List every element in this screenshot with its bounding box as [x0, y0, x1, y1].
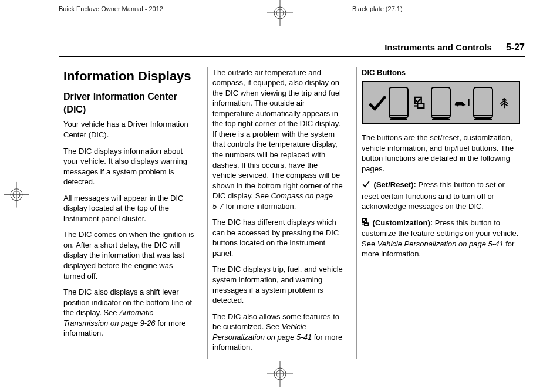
para: The DIC comes on when the ignition is on…: [63, 229, 194, 281]
page: Buick Enclave Owner Manual - 2012 Black …: [0, 0, 560, 392]
registration-mark-left-icon: [4, 182, 29, 211]
button-pill: [473, 87, 493, 119]
customization-icon: [362, 218, 369, 229]
customization-icon: [409, 92, 431, 114]
para: All messages will appear in the DIC disp…: [63, 193, 194, 224]
para: The DIC also allows some features to be …: [212, 312, 343, 353]
button-pill: [431, 87, 451, 119]
text: The outside air temperature and compass,…: [212, 68, 343, 201]
para: Your vehicle has a Driver Information Ce…: [63, 119, 194, 140]
label-customization: (Customization):: [370, 218, 433, 227]
columns: Information Displays Driver Information …: [59, 67, 525, 359]
para: The DIC displays trip, fuel, and vehicle…: [212, 264, 343, 305]
content-area: Instruments and Controls 5-27 Informatio…: [59, 41, 525, 359]
para: The DIC has different displays which can…: [212, 217, 343, 258]
para: The DIC displays information about your …: [63, 146, 194, 187]
column-1: Information Displays Driver Information …: [59, 67, 199, 359]
text: The DIC also allows some features to be …: [212, 312, 339, 332]
manual-title: Buick Enclave Owner Manual - 2012: [59, 5, 163, 13]
plate-label: Black plate (27,1): [352, 5, 403, 13]
running-head: Instruments and Controls 5-27: [59, 41, 525, 57]
para: The buttons are the set/reset, customiza…: [362, 133, 520, 174]
dic-buttons-figure: i: [362, 81, 520, 124]
column-2: The outside air temperature and compass,…: [207, 67, 348, 359]
svg-point-16: [462, 104, 464, 107]
para: The outside air temperature and compass,…: [212, 67, 343, 212]
h2-dic: Driver Information Center (DIC): [63, 90, 194, 116]
label-set-reset: (Set/Reset):: [372, 181, 416, 190]
column-3: DIC Buttons i: [356, 67, 525, 359]
button-pill: [389, 87, 409, 119]
para-customization: (Customization): Press this button to cu…: [362, 218, 520, 259]
h1-information-displays: Information Displays: [63, 67, 194, 85]
svg-rect-25: [365, 223, 369, 225]
vehicle-info-icon: i: [451, 92, 473, 114]
registration-mark-bottom-icon: [267, 361, 293, 390]
svg-rect-13: [417, 104, 424, 108]
section-title: Instruments and Controls: [384, 42, 492, 52]
para: The DIC also displays a shift lever posi…: [63, 287, 194, 339]
set-reset-check-icon: [366, 92, 389, 114]
set-reset-check-icon: [362, 180, 370, 191]
text: for more information.: [224, 202, 296, 211]
registration-mark-top-icon: [267, 0, 293, 29]
trip-fuel-icon: [493, 92, 515, 114]
page-number: 5-27: [506, 42, 525, 52]
xref-vehicle-personalization: Vehicle Personalization on page 5‑41: [377, 239, 504, 248]
svg-point-15: [456, 104, 458, 107]
para-set-reset: (Set/Reset): Press this button to set or…: [362, 180, 520, 212]
h3-dic-buttons: DIC Buttons: [362, 67, 520, 78]
